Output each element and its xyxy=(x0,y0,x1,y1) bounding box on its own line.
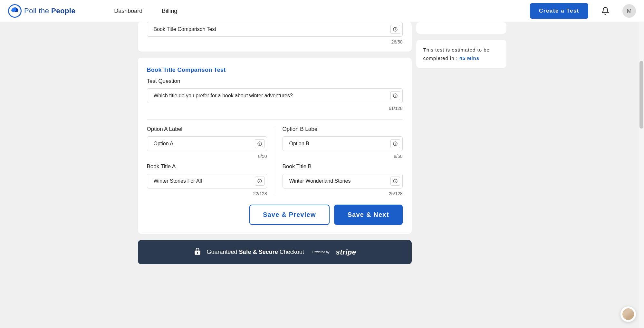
info-icon[interactable] xyxy=(390,25,400,34)
brand-logo[interactable]: Poll the People xyxy=(8,4,75,18)
book-title-b-label: Book Title B xyxy=(283,163,403,170)
book-title-a-label: Book Title A xyxy=(147,163,267,170)
info-icon[interactable] xyxy=(255,177,264,186)
test-question-counter: 61/128 xyxy=(147,106,403,111)
brand-text-bold: People xyxy=(51,7,75,15)
svg-point-11 xyxy=(259,180,260,180)
book-title-b-counter: 25/128 xyxy=(283,191,403,196)
eta-lead-text: This test is estimated to be completed i… xyxy=(423,47,490,61)
test-title-input-wrap xyxy=(147,22,403,37)
save-next-button[interactable]: Save & Next xyxy=(334,205,403,225)
book-title-b-input[interactable] xyxy=(283,174,403,188)
stripe-logo: stripe xyxy=(336,248,356,256)
option-a-label-input[interactable] xyxy=(147,136,267,151)
eta-card: This test is estimated to be completed i… xyxy=(416,40,506,68)
lock-icon xyxy=(193,247,202,257)
book-title-a-counter: 22/128 xyxy=(147,191,267,196)
side-card-placeholder xyxy=(416,22,506,34)
options-row: Option A Label 8/50 Book Title A xyxy=(147,126,403,196)
brand-logo-text: Poll the People xyxy=(24,7,75,15)
info-icon[interactable] xyxy=(255,139,264,148)
option-b-column: Option B Label 8/50 Book Title B xyxy=(283,126,403,196)
brand-text-light: Poll the xyxy=(24,7,51,15)
test-title-field-row: 26/50 xyxy=(147,22,403,44)
brand-logo-icon xyxy=(8,4,22,18)
option-a-label-input-wrap xyxy=(147,136,267,151)
app-header: Poll the People Dashboard Billing Create… xyxy=(0,0,644,22)
powered-by-label: Powered by xyxy=(312,250,330,254)
secure-text-pre: Guaranteed xyxy=(207,249,239,255)
secure-checkout-banner: Guaranteed Safe & Secure Checkout Powere… xyxy=(138,240,412,264)
test-question-input[interactable] xyxy=(147,88,403,103)
book-title-a-input[interactable] xyxy=(147,174,267,188)
svg-point-8 xyxy=(259,143,260,143)
notifications-icon[interactable] xyxy=(601,7,610,15)
svg-point-17 xyxy=(395,180,395,180)
info-icon[interactable] xyxy=(390,177,400,186)
question-card-title: Book Title Comparison Test xyxy=(147,67,403,73)
main-column: 26/50 Book Title Comparison Test Test Qu… xyxy=(138,22,412,264)
svg-point-14 xyxy=(395,143,395,143)
book-title-a-input-wrap xyxy=(147,174,267,188)
svg-point-5 xyxy=(395,95,395,95)
test-question-input-wrap xyxy=(147,88,403,103)
option-b-label-title: Option B Label xyxy=(283,126,403,132)
form-actions: Save & Preview Save & Next xyxy=(147,205,403,225)
test-title-counter: 26/50 xyxy=(147,39,403,44)
info-icon[interactable] xyxy=(390,139,400,148)
option-b-label-input[interactable] xyxy=(283,136,403,151)
eta-time: 45 Mins xyxy=(459,55,479,61)
book-title-b-input-wrap xyxy=(283,174,403,188)
create-test-button[interactable]: Create a Test xyxy=(530,3,588,19)
scrollbar-thumb[interactable] xyxy=(639,61,643,129)
scrollbar[interactable] xyxy=(639,22,644,280)
header-actions: Create a Test M xyxy=(530,3,636,19)
save-preview-button[interactable]: Save & Preview xyxy=(249,205,330,225)
info-icon[interactable] xyxy=(390,91,400,100)
option-a-column: Option A Label 8/50 Book Title A xyxy=(147,126,267,196)
nav-billing[interactable]: Billing xyxy=(162,8,177,14)
option-b-label-counter: 8/50 xyxy=(283,154,403,159)
option-b-label-input-wrap xyxy=(283,136,403,151)
page-body: 26/50 Book Title Comparison Test Test Qu… xyxy=(0,22,644,280)
secure-text-bold: Safe & Secure xyxy=(239,249,278,255)
nav-dashboard[interactable]: Dashboard xyxy=(114,8,142,14)
test-title-card: 26/50 xyxy=(138,22,412,52)
test-question-label: Test Question xyxy=(147,78,403,84)
question-card: Book Title Comparison Test Test Question… xyxy=(138,58,412,234)
side-column: This test is estimated to be completed i… xyxy=(416,22,506,74)
section-divider xyxy=(147,119,403,120)
svg-point-2 xyxy=(395,28,395,29)
test-title-input[interactable] xyxy=(147,22,403,37)
user-avatar[interactable]: M xyxy=(622,4,636,18)
option-a-label-counter: 8/50 xyxy=(147,154,267,159)
secure-text-post: Checkout xyxy=(278,249,304,255)
option-a-label-title: Option A Label xyxy=(147,126,267,132)
secure-text: Guaranteed Safe & Secure Checkout xyxy=(207,249,304,256)
primary-nav: Dashboard Billing xyxy=(114,8,177,14)
